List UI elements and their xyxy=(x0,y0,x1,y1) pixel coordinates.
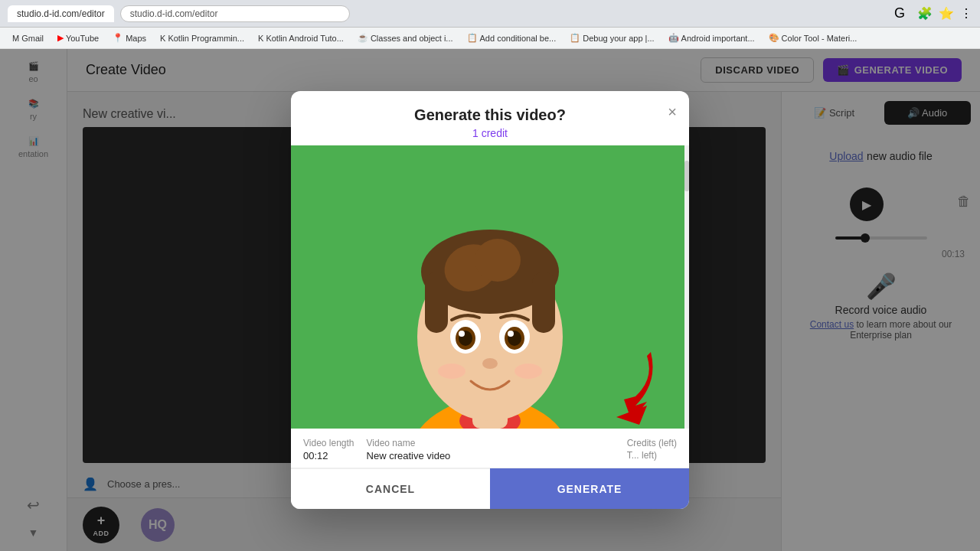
bookmark-android[interactable]: 🤖 Android important... xyxy=(664,31,760,44)
svg-point-18 xyxy=(482,358,498,369)
svg-point-9 xyxy=(475,239,521,282)
classes-icon: ☕ xyxy=(358,33,368,43)
svg-point-20 xyxy=(514,364,542,379)
svg-rect-6 xyxy=(425,272,448,333)
modal-info-length: Video length 00:12 xyxy=(303,438,354,461)
kotlin2-icon: K xyxy=(258,34,263,43)
modal-header: Generate this video? × xyxy=(291,91,689,127)
video-name-label: Video name xyxy=(367,438,451,448)
kotlin1-icon: K xyxy=(160,34,165,43)
modal: Generate this video? × 1 credit xyxy=(291,91,689,509)
modal-actions: CANCEL GENERATE xyxy=(291,468,689,509)
video-length-value: 00:12 xyxy=(303,450,354,461)
modal-info: Video length 00:12 Video name New creati… xyxy=(291,429,689,468)
bookmark-star-icon: ⭐ xyxy=(939,6,954,21)
svg-rect-7 xyxy=(532,272,555,333)
bookmark-youtube[interactable]: ▶ YouTube xyxy=(53,31,103,44)
svg-point-17 xyxy=(508,331,514,337)
bookmark-gmail[interactable]: M Gmail xyxy=(8,32,48,44)
conditional-icon: 📋 xyxy=(467,33,478,43)
bookmark-maps[interactable]: 📍 Maps xyxy=(108,31,151,44)
menu-icon: ⋮ xyxy=(960,6,972,21)
color-icon: 🎨 xyxy=(769,33,779,43)
generate-button[interactable]: GENERATE xyxy=(490,468,689,509)
credits-label: Credits (left) xyxy=(627,438,677,448)
modal-info-credits: Credits (left) T... left) xyxy=(627,438,677,461)
bookmark-kotlin2[interactable]: K Kotlin Android Tuto... xyxy=(253,32,348,44)
bookmarks-bar: M Gmail ▶ YouTube 📍 Maps K Kotlin Progra… xyxy=(0,28,980,49)
debug-icon: 📋 xyxy=(570,33,580,43)
svg-point-19 xyxy=(438,364,466,379)
credits-value: T... left) xyxy=(627,450,677,461)
browser-bar: studio.d-id.com/editor studio.d-id.com/e… xyxy=(0,0,980,28)
svg-point-13 xyxy=(459,331,465,337)
modal-scroll-bar[interactable] xyxy=(684,145,689,429)
bookmark-debug[interactable]: 📋 Debug your app |... xyxy=(565,31,658,44)
gmail-icon: M xyxy=(12,34,19,43)
android-icon: 🤖 xyxy=(668,33,679,43)
app: 🎬 eo 📚 ry 📊 entation ↩ ▼ Create Video DI… xyxy=(0,49,980,551)
bookmark-classes[interactable]: ☕ Classes and object i... xyxy=(353,31,458,44)
video-length-label: Video length xyxy=(303,438,354,448)
modal-overlay[interactable]: Generate this video? × 1 credit xyxy=(0,49,980,551)
modal-title: Generate this video? xyxy=(414,106,566,124)
modal-credit: 1 credit xyxy=(291,127,689,145)
google-icon: G xyxy=(894,5,905,21)
browser-tab[interactable]: studio.d-id.com/editor xyxy=(8,5,114,22)
extensions-icon: 🧩 xyxy=(917,6,933,21)
modal-info-name: Video name New creative video xyxy=(367,438,451,461)
address-bar[interactable]: studio.d-id.com/editor xyxy=(120,5,350,22)
cancel-button[interactable]: CANCEL xyxy=(291,468,490,509)
youtube-icon: ▶ xyxy=(57,33,64,43)
modal-close-button[interactable]: × xyxy=(668,103,677,121)
modal-scroll-thumb[interactable] xyxy=(684,161,689,191)
modal-image xyxy=(291,145,689,429)
bookmark-color[interactable]: 🎨 Color Tool - Materi... xyxy=(764,31,862,44)
bookmark-kotlin1[interactable]: K Kotlin Programmin... xyxy=(155,32,249,44)
video-name-value: New creative video xyxy=(367,450,451,461)
bookmark-conditional[interactable]: 📋 Add conditional be... xyxy=(462,31,561,44)
maps-icon: 📍 xyxy=(113,33,123,43)
